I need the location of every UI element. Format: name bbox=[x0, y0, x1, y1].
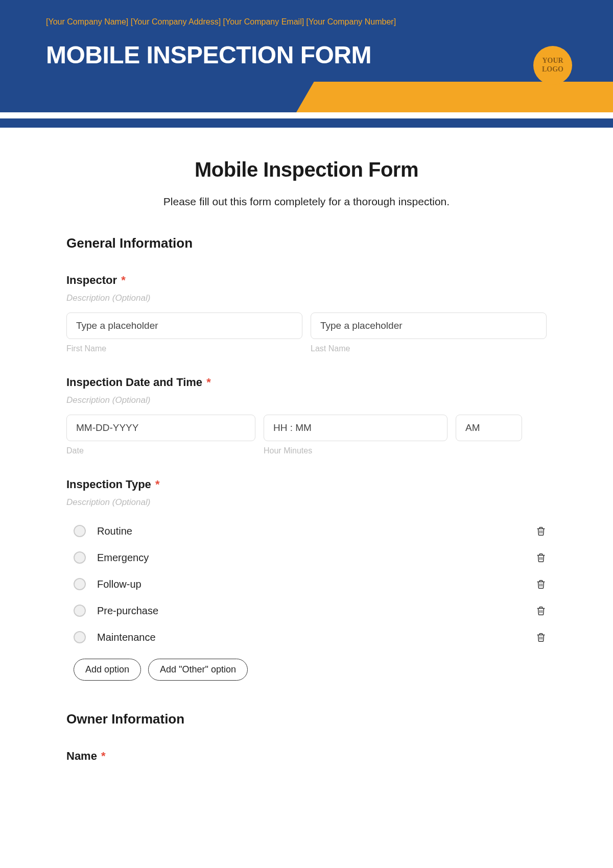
trash-icon[interactable] bbox=[535, 551, 547, 564]
owner-name-label: Name * bbox=[66, 750, 547, 763]
date-input[interactable] bbox=[66, 415, 255, 441]
option-label[interactable]: Emergency bbox=[97, 552, 535, 564]
header-stripe bbox=[0, 118, 613, 128]
field-inspector: Inspector * Description (Optional) First… bbox=[66, 274, 547, 353]
company-meta: [Your Company Name] [Your Company Addres… bbox=[0, 0, 613, 27]
inspector-description[interactable]: Description (Optional) bbox=[66, 293, 547, 303]
add-option-button[interactable]: Add option bbox=[74, 659, 141, 681]
date-sublabel: Date bbox=[66, 446, 255, 455]
banner-title: MOBILE INSPECTION FORM bbox=[0, 27, 613, 69]
time-input[interactable] bbox=[264, 415, 447, 441]
inspector-label-text: Inspector bbox=[66, 274, 117, 286]
option-label[interactable]: Pre-purchase bbox=[97, 605, 535, 617]
ampm-select[interactable] bbox=[456, 415, 522, 441]
option-label[interactable]: Routine bbox=[97, 525, 535, 537]
add-other-option-button[interactable]: Add "Other" option bbox=[148, 659, 248, 681]
radio-button[interactable] bbox=[74, 525, 86, 537]
time-sublabel: Hour Minutes bbox=[264, 446, 447, 455]
radio-button[interactable] bbox=[74, 578, 86, 590]
type-description[interactable]: Description (Optional) bbox=[66, 497, 547, 508]
type-label: Inspection Type * bbox=[66, 478, 547, 491]
trash-icon[interactable] bbox=[535, 631, 547, 643]
trash-icon[interactable] bbox=[535, 525, 547, 537]
required-mark: * bbox=[101, 750, 106, 762]
inspection-type-options: RoutineEmergencyFollow-upPre-purchaseMai… bbox=[66, 518, 547, 650]
section-general-heading: General Information bbox=[66, 235, 547, 251]
logo-text-2: LOGO bbox=[542, 65, 563, 73]
last-name-input[interactable] bbox=[311, 312, 547, 339]
option-row: Maintenance bbox=[66, 624, 547, 650]
header-banner: [Your Company Name] [Your Company Addres… bbox=[0, 0, 613, 112]
radio-button[interactable] bbox=[74, 605, 86, 617]
datetime-label-text: Inspection Date and Time bbox=[66, 376, 202, 389]
first-name-sublabel: First Name bbox=[66, 344, 302, 353]
datetime-description[interactable]: Description (Optional) bbox=[66, 395, 547, 405]
trash-icon[interactable] bbox=[535, 605, 547, 617]
radio-button[interactable] bbox=[74, 631, 86, 643]
required-mark: * bbox=[121, 274, 126, 286]
option-row: Emergency bbox=[66, 544, 547, 571]
owner-name-label-text: Name bbox=[66, 750, 97, 762]
option-label[interactable]: Maintenance bbox=[97, 632, 535, 643]
option-label[interactable]: Follow-up bbox=[97, 578, 535, 590]
section-owner-heading: Owner Information bbox=[66, 711, 547, 727]
option-row: Routine bbox=[66, 518, 547, 544]
form-title: Mobile Inspection Form bbox=[66, 158, 547, 181]
required-mark: * bbox=[155, 478, 160, 491]
field-inspection-type: Inspection Type * Description (Optional)… bbox=[66, 478, 547, 681]
datetime-label: Inspection Date and Time * bbox=[66, 376, 547, 389]
required-mark: * bbox=[206, 376, 211, 389]
field-datetime: Inspection Date and Time * Description (… bbox=[66, 376, 547, 455]
trash-icon[interactable] bbox=[535, 578, 547, 590]
form-subtitle: Please fill out this form completely for… bbox=[66, 196, 547, 208]
header-accent bbox=[296, 82, 613, 112]
option-row: Pre-purchase bbox=[66, 597, 547, 624]
field-owner-name: Name * bbox=[66, 750, 547, 763]
last-name-sublabel: Last Name bbox=[311, 344, 547, 353]
inspector-label: Inspector * bbox=[66, 274, 547, 287]
logo-placeholder: YOUR LOGO bbox=[533, 46, 572, 85]
type-label-text: Inspection Type bbox=[66, 478, 151, 491]
first-name-input[interactable] bbox=[66, 312, 302, 339]
logo-text-1: YOUR bbox=[542, 57, 563, 64]
option-row: Follow-up bbox=[66, 571, 547, 597]
radio-button[interactable] bbox=[74, 551, 86, 564]
